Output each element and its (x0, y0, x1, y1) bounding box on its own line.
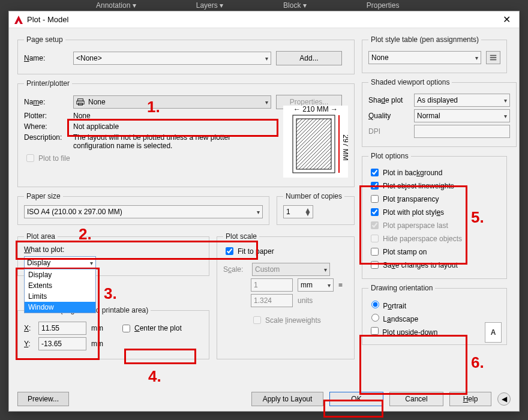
chevron-down-icon: ▾ (265, 99, 268, 106)
page-setup-legend: Page setup (24, 35, 65, 44)
dpi-label: DPI (368, 127, 409, 136)
shaded-viewport-group: Shaded viewport options Shade plotAs dis… (362, 78, 517, 147)
svg-text:← 210 MM →: ← 210 MM → (293, 106, 338, 113)
add-button[interactable]: Add... (276, 51, 342, 65)
printer-icon (76, 98, 85, 106)
plot-transparency-checkbox[interactable]: Plot transparency (368, 193, 500, 205)
center-plot-checkbox[interactable]: Center the plot (120, 323, 182, 334)
paper-size-select[interactable]: ISO A4 (210.00 x 297.00 MM)▾ (24, 205, 263, 218)
cancel-button[interactable]: Cancel (389, 392, 443, 406)
where-value: Not applicable (73, 122, 119, 131)
app-logo-icon (14, 15, 23, 25)
svg-rect-1 (77, 101, 84, 104)
ribbon-bar: Annotation ▾ Layers ▾ Block ▾ Properties (0, 0, 528, 11)
apply-layout-button[interactable]: Apply to Layout (251, 392, 323, 406)
copies-spinner[interactable]: 1 ▲▼ (283, 205, 313, 218)
x-label: X: (24, 324, 34, 332)
paper-preview-thumb: ← 210 MM → 297 MM (283, 106, 348, 178)
edit-plot-style-button[interactable] (486, 51, 500, 64)
description-label: Description: (24, 133, 68, 142)
paper-size-group: Paper size ISO A4 (210.00 x 297.00 MM)▾ (17, 192, 269, 225)
chevron-down-icon: ▾ (324, 266, 327, 273)
expand-collapse-button[interactable]: ◀ (497, 392, 511, 406)
plot-background-checkbox[interactable]: Plot in background (368, 167, 500, 178)
plotter-value: None (73, 112, 91, 120)
dd-option-limits[interactable]: Limits (25, 291, 95, 302)
shaded-legend: Shaded viewport options (368, 78, 452, 86)
page-setup-group: Page setup NName:ame: <None>▾ Add... (17, 35, 355, 74)
ribbon-layers[interactable]: Layers ▾ (196, 1, 223, 10)
orientation-group: Drawing orientation Portrait Landscape P… (362, 284, 507, 345)
plot-scale-legend: Plot scale (223, 232, 259, 241)
plot-area-group: Plot area What to plot: Display▾ Display… (17, 232, 209, 276)
equals-sign: = (338, 281, 343, 289)
description-value: The layout will not be plotted unless a … (73, 133, 265, 150)
plot-options-legend: Plot options (368, 152, 411, 160)
what-to-plot-label: What to plot: (24, 245, 203, 254)
svg-rect-0 (78, 99, 83, 101)
plot-style-legend: Plot style table (pen assignments) (368, 35, 481, 44)
landscape-radio[interactable]: Landscape (368, 312, 500, 323)
ribbon-block[interactable]: Block ▾ (283, 1, 307, 10)
dialog-title: Plot - Model (27, 15, 68, 24)
fit-to-paper-checkbox[interactable]: Fit to paper (223, 245, 274, 257)
chevron-down-icon: ▾ (504, 113, 507, 119)
plot-dialog: Plot - Model ✕ Page setup NName:ame: <No… (8, 11, 520, 412)
upside-down-checkbox[interactable]: Plot upside-down (368, 325, 500, 337)
quality-label: Quality (368, 112, 409, 120)
plot-scale-group: Plot scale Fit to paper Scale: Custom▾ m… (217, 232, 355, 359)
portrait-radio[interactable]: Portrait (368, 299, 500, 310)
plot-paperspace-checkbox: Plot paperspace last (368, 220, 500, 231)
shade-plot-label: Shade plot (368, 96, 409, 104)
what-to-plot-select[interactable]: Display▾ (24, 256, 96, 269)
unit-mm: mm (91, 324, 103, 332)
what-to-plot-dropdown-list[interactable]: Display Extents Limits Window (24, 269, 96, 313)
scale-unit-select[interactable]: mm▾ (298, 278, 334, 292)
scale-select: Custom▾ (252, 263, 330, 276)
paper-size-legend: Paper size (24, 192, 63, 200)
ribbon-annotation[interactable]: Annotation ▾ (96, 1, 136, 10)
save-changes-checkbox[interactable]: Save changes to layout (368, 259, 500, 271)
ok-button[interactable]: OK (329, 392, 383, 406)
orientation-legend: Drawing orientation (368, 284, 435, 292)
annotation-number-4: 4. (148, 367, 161, 386)
plot-styles-checkbox[interactable]: Plot with plot styles (368, 206, 500, 218)
plot-lineweights-checkbox[interactable]: Plot object lineweights (368, 180, 500, 191)
printer-plotter-legend: Printer/plotter (24, 79, 72, 88)
dd-option-window[interactable]: Window (25, 302, 95, 313)
dd-option-extents[interactable]: Extents (25, 280, 95, 291)
plot-to-file-checkbox: Plot to file (24, 152, 70, 164)
x-input[interactable] (38, 322, 86, 335)
printer-name-label: Name: (24, 98, 68, 106)
orientation-icon: A (485, 322, 502, 343)
hide-paperspace-checkbox: Hide paperspace objects (368, 233, 500, 244)
svg-rect-10 (490, 57, 497, 58)
copies-legend: Number of copies (283, 192, 344, 200)
scale-label: Scale: (223, 265, 247, 274)
dpi-input (414, 125, 510, 138)
scale-num-input (251, 278, 293, 292)
copies-group: Number of copies 1 ▲▼ (277, 192, 355, 225)
preview-button[interactable]: Preview... (17, 392, 69, 406)
page-setup-name-select[interactable]: <None>▾ (73, 52, 271, 65)
plot-style-select[interactable]: None▾ (368, 51, 481, 64)
paper-preview-svg: ← 210 MM → 297 MM (283, 106, 348, 178)
printer-name-select[interactable]: None ▾ (73, 95, 271, 109)
scale-lineweights-checkbox: Scale lineweights (251, 314, 321, 326)
plot-offset-group: Plot offset (origin set to printable are… (17, 306, 209, 359)
spinner-arrows-icon[interactable]: ▲▼ (304, 208, 311, 215)
printer-plotter-group: Printer/plotter Name: None ▾ Properties.… (17, 79, 355, 187)
chevron-down-icon: ▾ (90, 260, 93, 266)
close-button[interactable]: ✕ (499, 14, 514, 25)
dd-option-display[interactable]: Display (25, 269, 95, 280)
ribbon-properties[interactable]: Properties (367, 1, 400, 10)
svg-rect-9 (490, 55, 497, 56)
quality-select[interactable]: Normal▾ (414, 109, 510, 122)
y-input[interactable] (38, 337, 86, 350)
y-label: Y: (24, 340, 34, 348)
svg-rect-11 (490, 59, 497, 61)
help-button[interactable]: Help (449, 392, 491, 406)
plot-stamp-checkbox[interactable]: Plot stamp on (368, 246, 500, 257)
shade-plot-select[interactable]: As displayed▾ (414, 94, 510, 107)
svg-rect-5 (296, 119, 331, 169)
